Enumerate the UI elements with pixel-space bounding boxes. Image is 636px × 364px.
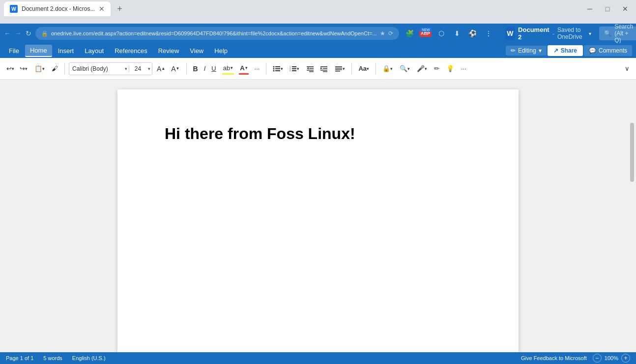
address-bar[interactable]: 🔒 onedrive.live.com/edit.aspx?action=edi… bbox=[35, 27, 399, 40]
word-search-bar[interactable]: 🔍 Search (Alt + Q) bbox=[599, 27, 636, 40]
paste-button[interactable]: 📋 ▾ bbox=[32, 62, 47, 76]
extension-icon-3[interactable]: ⚽ bbox=[466, 27, 480, 40]
comments-button[interactable]: 💬 Comments bbox=[584, 45, 632, 56]
undo-button[interactable]: ↩ ▾ bbox=[4, 62, 17, 76]
format-painter-button[interactable]: 🖌 bbox=[49, 62, 60, 76]
svg-rect-23 bbox=[335, 68, 342, 69]
indent-group bbox=[304, 62, 330, 76]
tab-title: Document 2.docx - Micros... bbox=[22, 5, 95, 12]
tab-bar: W Document 2.docx - Micros... ✕ + ─ □ ✕ bbox=[0, 0, 636, 18]
zoom-out-button[interactable]: − bbox=[593, 354, 602, 363]
dictate-button[interactable]: 🎤 ▾ bbox=[414, 62, 430, 76]
zoom-in-button[interactable]: + bbox=[621, 354, 630, 363]
share-button[interactable]: ↗ Share bbox=[548, 45, 583, 56]
scrollbar-thumb[interactable] bbox=[630, 123, 634, 182]
font-color-dropdown[interactable]: ▾ bbox=[245, 65, 248, 70]
menu-view[interactable]: View bbox=[185, 45, 208, 56]
numbering-dropdown[interactable]: ▾ bbox=[297, 66, 299, 71]
forward-button[interactable]: → bbox=[15, 27, 22, 40]
collapse-ribbon-button[interactable]: ∨ bbox=[622, 62, 632, 76]
search-placeholder: Search (Alt + Q) bbox=[614, 23, 633, 44]
status-bar: Page 1 of 1 5 words English (U.S.) Give … bbox=[0, 352, 636, 364]
paste-group: 📋 ▾ bbox=[32, 62, 47, 76]
styles-dropdown[interactable]: ▾ bbox=[367, 66, 369, 71]
smart-lookup-button[interactable]: 💡 bbox=[444, 62, 457, 76]
menu-file[interactable]: File bbox=[4, 45, 24, 56]
underline-button[interactable]: U bbox=[209, 62, 218, 76]
svg-rect-15 bbox=[307, 70, 314, 71]
bold-button[interactable]: B bbox=[191, 62, 201, 76]
menu-home[interactable]: Home bbox=[25, 45, 52, 57]
editing-mode-button[interactable]: ✏ Editing ▾ bbox=[506, 46, 547, 56]
search-icon: 🔍 bbox=[604, 30, 611, 37]
svg-rect-12 bbox=[307, 66, 314, 67]
decrease-font-button[interactable]: A▼ bbox=[169, 62, 182, 76]
paste-icon: 📋 bbox=[34, 65, 42, 72]
document-content[interactable]: Hi there from Foss Linux! bbox=[165, 125, 471, 143]
feedback-link[interactable]: Give Feedback to Microsoft bbox=[521, 355, 587, 361]
sensitivity-button[interactable]: 🔒 ▾ bbox=[380, 62, 395, 76]
language: English (U.S.) bbox=[72, 355, 106, 361]
word-count: 5 words bbox=[43, 355, 62, 361]
extensions-button[interactable]: 🧩 bbox=[403, 27, 417, 40]
decrease-indent-button[interactable] bbox=[304, 62, 317, 76]
find-dropdown[interactable]: ▾ bbox=[407, 66, 410, 71]
dictate-dropdown[interactable]: ▾ bbox=[425, 66, 427, 71]
font-name-dropdown[interactable]: ▾ bbox=[123, 66, 129, 71]
sensitivity-dropdown[interactable]: ▾ bbox=[390, 66, 393, 71]
more-icon: ··· bbox=[461, 65, 466, 72]
refresh-button[interactable]: ↻ bbox=[26, 27, 31, 40]
svg-point-2 bbox=[273, 68, 275, 69]
redo-icon: ↪ bbox=[20, 65, 25, 72]
menu-layout[interactable]: Layout bbox=[80, 45, 109, 56]
bullets-icon bbox=[273, 65, 281, 73]
title-dropdown-arrow[interactable]: ▾ bbox=[589, 31, 591, 36]
bullets-dropdown[interactable]: ▾ bbox=[281, 66, 283, 71]
redo-button[interactable]: ↪ ▾ bbox=[17, 62, 30, 76]
svg-rect-22 bbox=[335, 66, 342, 67]
draw-button[interactable]: ✏ bbox=[432, 62, 442, 76]
menu-references[interactable]: References bbox=[110, 45, 152, 56]
highlight-dropdown[interactable]: ▾ bbox=[231, 65, 233, 70]
extension-icon-2[interactable]: ⬇ bbox=[450, 27, 464, 40]
numbering-button[interactable]: 1. 2. 3. ▾ bbox=[287, 62, 302, 76]
font-size-dropdown[interactable]: ▾ bbox=[146, 66, 152, 71]
document-page[interactable]: Hi there from Foss Linux! bbox=[117, 89, 519, 352]
minimize-button[interactable]: ─ bbox=[583, 2, 597, 16]
undo-redo-group: ↩ ▾ ↪ ▾ bbox=[4, 62, 30, 76]
bullets-button[interactable]: ▾ bbox=[270, 62, 286, 76]
maximize-button[interactable]: □ bbox=[601, 2, 614, 16]
menu-review[interactable]: Review bbox=[153, 45, 184, 56]
close-window-button[interactable]: ✕ bbox=[618, 2, 632, 16]
redo-dropdown[interactable]: ▾ bbox=[25, 66, 28, 71]
increase-font-button[interactable]: A▲ bbox=[154, 62, 168, 76]
share-label: Share bbox=[561, 47, 577, 54]
active-tab[interactable]: W Document 2.docx - Micros... ✕ bbox=[4, 1, 111, 16]
menu-insert[interactable]: Insert bbox=[53, 45, 79, 56]
undo-dropdown[interactable]: ▾ bbox=[12, 66, 14, 71]
back-button[interactable]: ← bbox=[4, 27, 11, 40]
more-text-options-button[interactable]: ··· bbox=[252, 62, 262, 76]
align-dropdown[interactable]: ▾ bbox=[343, 66, 345, 71]
menu-bar: File Home Insert Layout References Revie… bbox=[0, 43, 636, 58]
decrease-indent-icon bbox=[306, 65, 314, 73]
browser-chrome: W Document 2.docx - Micros... ✕ + ─ □ ✕ bbox=[0, 0, 636, 24]
abp-extension[interactable]: ABP NEW bbox=[419, 27, 433, 40]
document-heading[interactable]: Hi there from Foss Linux! bbox=[165, 125, 471, 143]
tab-close-button[interactable]: ✕ bbox=[99, 5, 105, 13]
extension-icon-1[interactable]: ⬡ bbox=[434, 27, 448, 40]
highlight-button[interactable]: ab ▾ bbox=[221, 62, 235, 76]
styles-button[interactable]: Aa ▾ bbox=[356, 62, 372, 76]
find-button[interactable]: 🔍 ▾ bbox=[397, 62, 412, 76]
align-button[interactable]: ▾ bbox=[332, 62, 347, 76]
browser-menu-button[interactable]: ⋮ bbox=[482, 27, 495, 40]
menu-help[interactable]: Help bbox=[209, 45, 232, 56]
font-color-button[interactable]: A ▾ bbox=[237, 62, 250, 76]
svg-rect-7 bbox=[292, 66, 296, 67]
more-toolbar-button[interactable]: ··· bbox=[459, 62, 469, 76]
paste-dropdown[interactable]: ▾ bbox=[42, 66, 45, 71]
font-selector[interactable]: Calibri (Body) ▾ 24 ▾ bbox=[69, 62, 152, 75]
italic-button[interactable]: I bbox=[202, 62, 208, 76]
new-tab-button[interactable]: + bbox=[113, 2, 126, 16]
increase-indent-button[interactable] bbox=[318, 62, 330, 76]
